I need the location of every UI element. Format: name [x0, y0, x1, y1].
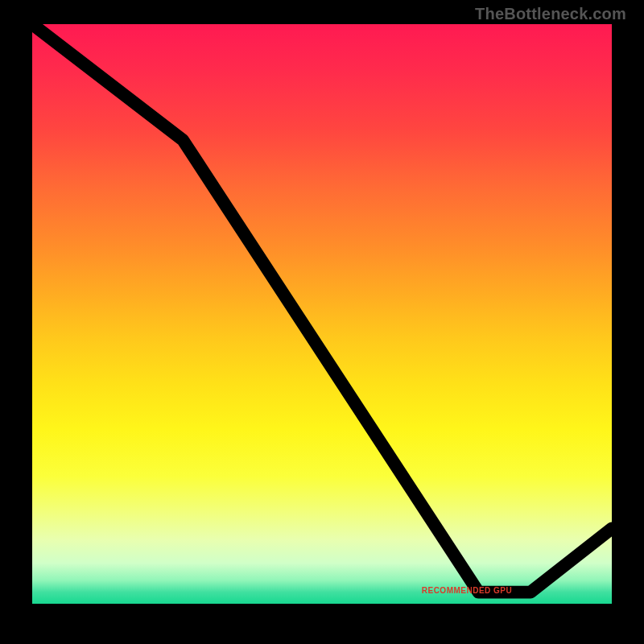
watermark-text: TheBottleneck.com: [475, 5, 626, 23]
chart-line-layer: [32, 24, 612, 604]
chart-area: RECOMMENDED GPU: [32, 24, 612, 604]
recommended-label: RECOMMENDED GPU: [422, 586, 513, 595]
bottleneck-curve: [32, 24, 612, 592]
